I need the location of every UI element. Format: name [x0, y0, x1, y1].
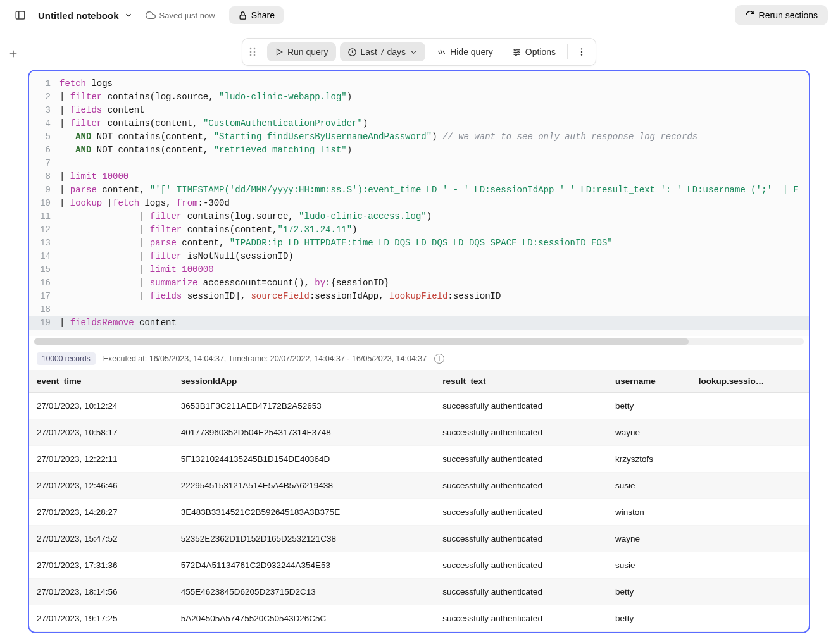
chevron-down-icon	[410, 48, 418, 56]
code-line[interactable]: 2| filter contains(log.source, "ludo-cli…	[29, 90, 809, 104]
execution-info: Executed at: 16/05/2023, 14:04:37, Timef…	[103, 354, 427, 363]
results-table: event_timesessionIdAppresult_textusernam…	[29, 370, 809, 632]
svg-point-21	[581, 54, 582, 55]
options-button[interactable]: Options	[504, 42, 563, 61]
svg-rect-0	[16, 11, 25, 19]
code-line[interactable]: 11 | filter contains(log.source, "ludo-c…	[29, 210, 809, 223]
column-header[interactable]: sessionIdApp	[173, 370, 435, 393]
column-header[interactable]: lookup.sessio…	[691, 370, 786, 393]
refresh-icon	[745, 10, 755, 20]
code-line[interactable]: 1fetch logs	[29, 77, 809, 90]
table-row[interactable]: 27/01/2023, 10:12:243653B1F3C211AEB47172…	[29, 393, 809, 419]
table-row[interactable]: 27/01/2023, 12:46:462229545153121A514E5A…	[29, 473, 809, 499]
code-line[interactable]: 13 | parse content, "IPADDR:ip LD HTTPDA…	[29, 237, 809, 250]
hide-query-button[interactable]: Hide query	[429, 42, 501, 61]
table-row[interactable]: 27/01/2023, 10:58:17401773960352D504E254…	[29, 419, 809, 446]
code-line[interactable]: 14 | filter isNotNull(sessionID)	[29, 250, 809, 263]
table-row[interactable]: 27/01/2023, 15:47:5252352E2362D1D152D165…	[29, 526, 809, 552]
chevron-down-icon	[124, 11, 133, 20]
svg-point-17	[518, 51, 520, 53]
run-query-button[interactable]: Run query	[267, 42, 336, 61]
cell-toolbar: Run query Last 7 days Hide query Options	[242, 38, 596, 66]
svg-point-9	[250, 54, 252, 56]
column-header[interactable]: event_time	[29, 370, 173, 393]
svg-marker-11	[277, 49, 282, 54]
add-cell-button[interactable]	[8, 48, 19, 59]
svg-point-10	[254, 54, 256, 56]
code-editor[interactable]: 1fetch logs2| filter contains(log.source…	[29, 71, 809, 336]
notebook-title: Untitled notebook	[38, 10, 119, 21]
svg-point-16	[515, 49, 516, 51]
code-line[interactable]: 19| fieldsRemove content	[29, 316, 809, 330]
clock-icon	[347, 47, 357, 57]
svg-point-19	[581, 48, 582, 49]
code-line[interactable]: 12 | filter contains(content,"172.31.24.…	[29, 223, 809, 237]
column-header[interactable]	[786, 370, 809, 393]
panel-left-icon[interactable]	[10, 5, 30, 25]
time-range-dropdown[interactable]: Last 7 days	[340, 42, 426, 61]
code-line[interactable]: 7	[29, 157, 809, 170]
svg-point-7	[250, 51, 252, 53]
column-header[interactable]: result_text	[435, 370, 608, 393]
code-line[interactable]: 15 | limit 100000	[29, 263, 809, 276]
notebook-title-dropdown[interactable]: Untitled notebook	[38, 10, 133, 21]
sliders-icon	[512, 47, 522, 57]
code-line[interactable]: 4| filter contains(content, "CustomAuthe…	[29, 117, 809, 130]
cloud-icon	[146, 10, 156, 20]
svg-point-18	[515, 54, 517, 56]
code-line[interactable]: 17 | fields sessionID], sourceField:sess…	[29, 290, 809, 303]
info-icon[interactable]: i	[434, 354, 444, 364]
code-line[interactable]: 10| lookup [fetch logs, from:-300d	[29, 197, 809, 210]
table-row[interactable]: 27/01/2023, 14:28:273E483B3314521C2B5926…	[29, 499, 809, 526]
share-button[interactable]: Share	[229, 6, 284, 24]
result-meta: 10000 records Executed at: 16/05/2023, 1…	[29, 347, 809, 370]
svg-point-8	[254, 51, 256, 53]
topbar: Untitled notebook Saved just now Share R…	[0, 0, 838, 30]
table-row[interactable]: 27/01/2023, 17:31:36572D4A51134761C2D932…	[29, 552, 809, 579]
dots-vertical-icon	[577, 47, 587, 57]
table-row[interactable]: 27/01/2023, 19:17:255A204505A57475520C50…	[29, 605, 809, 632]
table-row[interactable]: 27/01/2023, 12:22:115F13210244135245B1D1…	[29, 446, 809, 473]
code-line[interactable]: 16 | summarize accesscount=count(), by:{…	[29, 276, 809, 290]
code-line[interactable]: 6 AND NOT contains(content, "retrieved m…	[29, 144, 809, 157]
lock-icon	[238, 11, 247, 20]
code-line[interactable]: 8| limit 10000	[29, 170, 809, 183]
column-header[interactable]: username	[608, 370, 691, 393]
horizontal-scrollbar[interactable]	[34, 338, 804, 345]
svg-point-6	[254, 48, 256, 50]
query-cell: 1fetch logs2| filter contains(log.source…	[28, 70, 810, 633]
play-icon	[275, 47, 284, 56]
code-line[interactable]: 3| fields content	[29, 104, 809, 117]
rerun-sections-button[interactable]: Rerun sections	[735, 5, 828, 25]
saved-status: Saved just now	[146, 10, 215, 20]
more-menu-button[interactable]	[572, 42, 592, 61]
code-line[interactable]: 5 AND NOT contains(content, "Starting fi…	[29, 130, 809, 144]
drag-handle-icon[interactable]	[246, 47, 259, 57]
code-line[interactable]: 18	[29, 303, 809, 316]
svg-rect-2	[240, 15, 246, 18]
code-line[interactable]: 9| parse content, "'[' TIMESTAMP('dd/MMM…	[29, 183, 809, 197]
svg-point-5	[250, 48, 252, 50]
hide-icon	[437, 47, 446, 57]
table-row[interactable]: 27/01/2023, 18:14:56455E4623845D6205D237…	[29, 579, 809, 605]
record-count-badge: 10000 records	[37, 352, 96, 365]
svg-point-20	[581, 51, 582, 53]
